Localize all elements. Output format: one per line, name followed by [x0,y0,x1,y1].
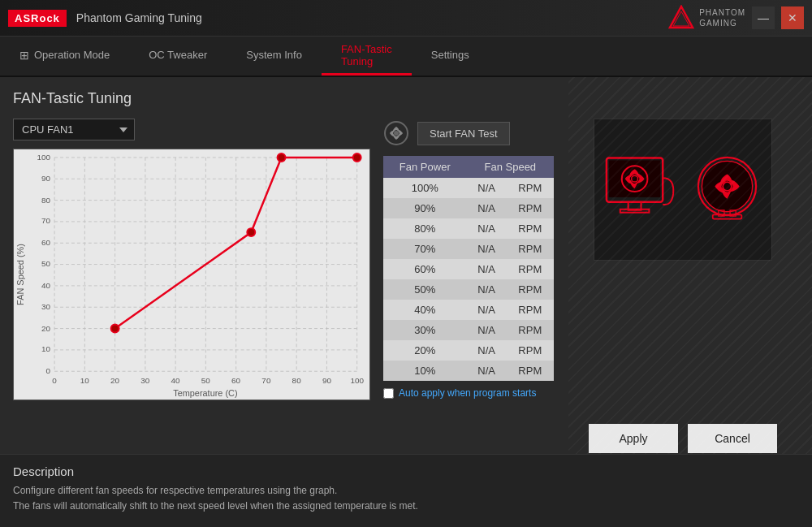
fan-unit-cell: RPM [507,340,554,361]
svg-point-52 [353,153,361,162]
phantom-gaming-logo: PHANTOMGAMING [668,5,745,31]
close-button[interactable]: ✕ [781,6,804,29]
fan-speed-table: Fan Power Fan Speed 100% N/A RPM 90% N/A… [383,156,554,381]
fan-power-cell: 60% [383,259,467,279]
fan-images [594,119,772,261]
svg-text:90: 90 [322,376,332,385]
titlebar-right: PHANTOMGAMING — ✕ [668,5,804,31]
table-row: 30% N/A RPM [383,320,554,340]
table-row: 50% N/A RPM [383,279,554,300]
svg-text:Temperature (C): Temperature (C) [173,388,237,398]
tab-system-info-label: System Info [246,49,302,61]
fan-speed-cell: N/A [467,259,507,279]
fan-power-cell: 10% [383,361,467,381]
svg-point-54 [394,131,399,136]
svg-point-51 [278,153,286,162]
table-row: 90% N/A RPM [383,198,554,218]
apply-button[interactable]: Apply [589,424,678,453]
titlebar: ASRock Phantom Gaming Tuning PHANTOMGAMI… [0,0,812,37]
standalone-fan-icon [691,153,763,227]
fan-unit-cell: RPM [507,279,554,300]
svg-text:40: 40 [171,376,181,385]
fan-speed-cell: N/A [467,361,507,381]
tab-operation-mode-label: Operation Mode [34,49,110,61]
tab-fan-tastic-label: FAN-TasticTuning [341,43,392,67]
fan-power-cell: 50% [383,279,467,300]
start-fan-area: Start FAN Test [383,119,554,148]
svg-text:50: 50 [201,376,211,385]
svg-text:100: 100 [350,376,364,385]
fan-power-header: Fan Power [383,156,467,178]
description-text: Configure different fan speeds for respe… [13,483,799,514]
fan-spin-icon [383,120,409,146]
svg-text:70: 70 [41,216,51,225]
table-row: 80% N/A RPM [383,218,554,239]
asrock-logo: ASRock [8,10,67,27]
auto-apply-checkbox[interactable] [383,388,394,399]
fan-unit-cell: RPM [507,218,554,239]
fan-speed-header: Fan Speed [467,156,554,178]
svg-text:100: 100 [37,153,51,162]
monitor-fan-icon [603,149,683,231]
svg-text:80: 80 [292,376,302,385]
svg-text:90: 90 [41,174,51,183]
fan-speed-cell: N/A [467,279,507,300]
svg-text:60: 60 [41,238,51,247]
table-section: Start FAN Test Fan Power Fan Speed 100% … [383,119,554,453]
chart-section: CPU FAN1 CPU FAN2 CHA FAN1 CHA FAN2 FAN … [13,119,370,453]
table-row: 10% N/A RPM [383,361,554,381]
fan-power-cell: 90% [383,198,467,218]
tab-operation-mode[interactable]: ⊞ Operation Mode [0,37,129,76]
page-heading: FAN-Tastic Tuning [13,90,799,107]
grid-icon: ⊞ [19,49,29,62]
tab-settings[interactable]: Settings [412,37,489,76]
cancel-button[interactable]: Cancel [688,424,777,453]
description-section: Description Configure different fan spee… [0,454,812,527]
fan-speed-cell: N/A [467,320,507,340]
tab-settings-label: Settings [431,49,469,61]
svg-text:80: 80 [41,196,51,205]
action-buttons: Apply Cancel [589,294,777,453]
svg-point-60 [632,175,638,182]
fan-power-cell: 70% [383,239,467,259]
fan-speed-cell: N/A [467,178,507,198]
svg-text:FAN Speed (%): FAN Speed (%) [15,244,25,305]
fan-speed-cell: N/A [467,340,507,361]
fan-speed-cell: N/A [467,218,507,239]
table-row: 60% N/A RPM [383,259,554,279]
fan-power-cell: 20% [383,340,467,361]
phantom-logo-icon [668,5,694,31]
svg-text:60: 60 [231,376,241,385]
svg-text:20: 20 [110,376,120,385]
titlebar-left: ASRock Phantom Gaming Tuning [8,10,202,27]
tab-fan-tastic[interactable]: FAN-TasticTuning [322,37,412,76]
table-row: 40% N/A RPM [383,300,554,320]
svg-text:40: 40 [41,281,51,290]
fan-unit-cell: RPM [507,361,554,381]
svg-rect-64 [713,214,742,218]
fan-unit-cell: RPM [507,300,554,320]
fan-dropdown[interactable]: CPU FAN1 CPU FAN2 CHA FAN1 CHA FAN2 [13,119,135,140]
fan-unit-cell: RPM [507,198,554,218]
minimize-button[interactable]: — [752,6,775,29]
table-row: 20% N/A RPM [383,340,554,361]
auto-apply-row: Auto apply when program starts [383,387,554,399]
tab-oc-tweaker[interactable]: OC Tweaker [129,37,227,76]
tab-oc-tweaker-label: OC Tweaker [149,49,207,61]
fan-unit-cell: RPM [507,239,554,259]
tab-system-info[interactable]: System Info [227,37,322,76]
svg-text:50: 50 [41,259,51,268]
fan-chart-svg: FAN Speed (%) [14,149,369,400]
table-row: 70% N/A RPM [383,239,554,259]
navbar: ⊞ Operation Mode OC Tweaker System Info … [0,37,812,77]
auto-apply-label: Auto apply when program starts [399,387,536,399]
fan-unit-cell: RPM [507,178,554,198]
fan-speed-cell: N/A [467,198,507,218]
description-title: Description [13,464,799,478]
fan-power-cell: 100% [383,178,467,198]
start-fan-test-button[interactable]: Start FAN Test [417,122,510,145]
fan-power-cell: 40% [383,300,467,320]
fan-speed-cell: N/A [467,239,507,259]
svg-point-50 [247,228,255,236]
svg-point-49 [111,325,119,333]
